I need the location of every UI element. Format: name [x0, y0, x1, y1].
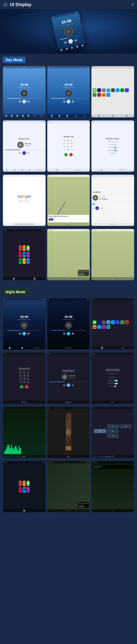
night-app-extra[interactable]: ★ [106, 325, 110, 329]
night-app-music[interactable]: 🎵 [102, 320, 106, 324]
night-music-1-prev[interactable]: ◀◀ [18, 332, 21, 335]
day-call-btn-1[interactable]: 1 [63, 139, 66, 142]
day-bt-prev[interactable]: ◀◀ [18, 152, 21, 154]
app-icon-messages[interactable]: 💬 [92, 88, 96, 92]
hero-next-btn[interactable]: ▶▶ [74, 38, 78, 42]
day-settings-toggle-auto-connect[interactable] [114, 150, 118, 151]
day-call-hangup[interactable]: 📵 [69, 153, 73, 156]
night-settings-toggle-ac[interactable] [114, 383, 118, 384]
carplay-settings-app[interactable]: ⚙ [26, 258, 30, 264]
day-call-btn-9[interactable]: 9 → [70, 146, 74, 148]
day-cp-prev-icon[interactable]: ◀ [78, 274, 80, 275]
night-call-6[interactable]: 6 [26, 374, 29, 377]
app-icon-phone[interactable]: 📞 [92, 93, 96, 97]
night-call-2[interactable]: 2 [23, 372, 26, 374]
day-m2-btn1[interactable] [51, 115, 52, 117]
day-map-go-btn[interactable]: GO [49, 218, 54, 220]
night-music-1-play[interactable]: ⏸ [22, 332, 26, 336]
night-call-answer[interactable]: 📞 [20, 385, 23, 388]
night-cp-podcast[interactable]: 🎙 [19, 487, 22, 493]
day-m2-btn3[interactable] [66, 115, 68, 117]
night-cp-next[interactable]: ▶▶ [82, 506, 84, 507]
day-music-2-controls[interactable]: ◀◀ ⏸ ▶▶ [63, 100, 74, 103]
day-music-1-prev[interactable]: ◀◀ [18, 100, 21, 103]
day-call-answer[interactable]: 📞 [64, 153, 68, 156]
day-m2-btn2[interactable] [58, 115, 60, 117]
day-s-b1[interactable] [100, 169, 102, 171]
day-music-1-play[interactable]: ⏸ [22, 100, 26, 103]
night-cp-messages[interactable]: 💬 [26, 480, 30, 486]
day-social-next[interactable]: ⏭ [100, 207, 103, 210]
day-m1-btn1[interactable] [6, 115, 7, 117]
night-nav-up[interactable]: ▲ [107, 424, 119, 428]
carplay-messages-app[interactable]: 💬 [26, 245, 30, 251]
night-cp-media[interactable]: ◀ ▶ ▶▶ [78, 506, 88, 507]
day-music-1-next[interactable]: ▶▶ [27, 100, 30, 103]
day-music-2-prev[interactable]: ◀◀ [63, 100, 66, 103]
night-m1-b1[interactable] [9, 347, 10, 349]
app-icon-music[interactable]: 🎵 [102, 88, 106, 92]
day-apps-nav3[interactable] [126, 115, 128, 117]
day-call-btn-5[interactable]: 5 → [67, 142, 70, 145]
app-icon-youtube[interactable]: ▶ [97, 93, 101, 97]
night-app-telegram[interactable]: ✈ [97, 320, 101, 324]
night-music-2-play[interactable]: ⏸ [67, 332, 70, 336]
day-music-2-play[interactable]: ⏸ [67, 100, 70, 103]
day-music-2-next[interactable]: ▶▶ [72, 100, 74, 103]
night-settings-toggle-pwr[interactable] [113, 386, 116, 387]
night-cp-prev[interactable]: ◀ [78, 506, 80, 507]
app-icon-maps[interactable]: 📍 [125, 88, 129, 92]
night-music-1-controls[interactable]: ◀◀ ⏸ ▶▶ [18, 332, 30, 336]
hero-play-btn[interactable]: ▶ [68, 38, 73, 44]
night-call-5[interactable]: 5 [23, 374, 26, 377]
carplay-waze-app[interactable]: W [19, 258, 22, 264]
day-cp-play-icon[interactable]: ▶ [80, 274, 81, 275]
day-call-btn-0[interactable]: 0 + [67, 148, 70, 151]
day-bt-b4[interactable] [29, 169, 30, 171]
menu-icon[interactable] [3, 2, 8, 7]
day-call-btn-6[interactable]: 6 → [70, 142, 74, 145]
day-cp-b1[interactable] [13, 278, 15, 280]
night-app-phone[interactable]: 📞 [120, 320, 124, 324]
day-cp-media-controls[interactable]: ◀ ▶ ▶▶ [78, 274, 88, 275]
app-icon-telegram[interactable]: ✈ [97, 88, 101, 92]
night-call-0[interactable]: 0 [23, 380, 26, 383]
night-call-8[interactable]: 8 [23, 378, 26, 380]
day-settings-toggle-power[interactable] [113, 152, 116, 154]
app-icon-browser[interactable]: 🌐 [106, 93, 110, 97]
night-music-2-next[interactable]: ▶▶ [72, 332, 74, 335]
night-apps-b1[interactable] [101, 347, 103, 349]
day-cp-b2[interactable] [34, 278, 35, 280]
app-icon-camera[interactable]: 📸 [102, 93, 106, 97]
night-music-1-next[interactable]: ▶▶ [27, 332, 30, 335]
night-cp-play[interactable]: ▶ [80, 506, 81, 507]
app-icon-photos[interactable]: 📷 [106, 88, 110, 92]
day-bt-b1[interactable] [6, 169, 8, 171]
night-nav-center[interactable]: ⊕ [94, 429, 106, 433]
night-app-browser[interactable]: 🌐 [97, 325, 101, 329]
day-m1-btn5[interactable] [28, 115, 29, 117]
day-apps-nav1[interactable] [98, 115, 100, 117]
night-cp-spotify[interactable]: ♪ [26, 487, 30, 493]
hero-controls[interactable]: ◀◀ ▶ ▶▶ [63, 38, 78, 45]
night-nav-left[interactable]: ◀ [120, 424, 132, 428]
night-app-photos[interactable]: 📷 [106, 320, 110, 324]
night-app-youtube[interactable]: ▶ [125, 320, 129, 324]
night-cp-phone[interactable]: 📞 [19, 480, 22, 486]
day-call-b1[interactable] [56, 169, 58, 171]
day-call-btn-8[interactable]: 8 → [67, 146, 70, 148]
day-bt-play[interactable]: ▶ [22, 151, 26, 155]
night-call-9[interactable]: 9 [26, 378, 29, 380]
nav-icon[interactable]: ☰ [132, 3, 134, 6]
night-call-hangup[interactable]: 📵 [25, 385, 28, 388]
night-cp-music[interactable]: 🎵 [23, 480, 26, 486]
day-settings-toggle-auto-answer[interactable] [114, 146, 118, 148]
night-app-camera[interactable]: 📸 [92, 325, 96, 329]
night-m1-b2[interactable] [21, 347, 23, 349]
google-search-bar[interactable]: 🔍 [18, 200, 30, 203]
night-call-1[interactable]: 1 [19, 372, 22, 374]
app-icon-settings[interactable]: ⚙ [111, 88, 115, 92]
day-call-btn-2[interactable]: 2 → [67, 139, 70, 142]
night-call-3[interactable]: 3 [26, 372, 29, 374]
day-m1-btn4[interactable] [22, 115, 24, 117]
